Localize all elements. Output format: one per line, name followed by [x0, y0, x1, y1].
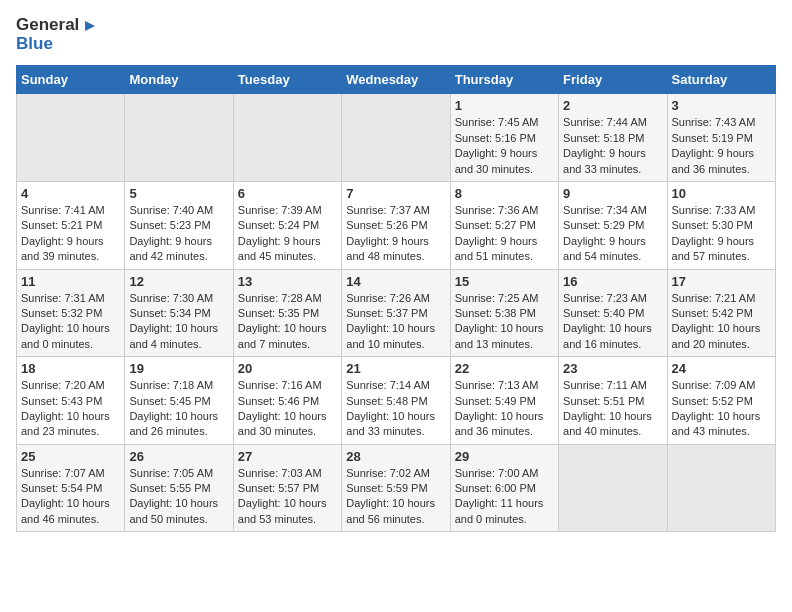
calendar-cell: 24Sunrise: 7:09 AMSunset: 5:52 PMDayligh… [667, 357, 775, 445]
calendar-table: SundayMondayTuesdayWednesdayThursdayFrid… [16, 65, 776, 532]
day-info: Sunrise: 7:37 AMSunset: 5:26 PMDaylight:… [346, 203, 445, 265]
day-of-week-wednesday: Wednesday [342, 66, 450, 94]
day-number: 1 [455, 98, 554, 113]
day-number: 5 [129, 186, 228, 201]
calendar-cell [342, 94, 450, 182]
day-number: 13 [238, 274, 337, 289]
day-info: Sunrise: 7:34 AMSunset: 5:29 PMDaylight:… [563, 203, 662, 265]
day-info: Sunrise: 7:31 AMSunset: 5:32 PMDaylight:… [21, 291, 120, 353]
day-number: 21 [346, 361, 445, 376]
calendar-cell: 6Sunrise: 7:39 AMSunset: 5:24 PMDaylight… [233, 182, 341, 270]
calendar-cell: 18Sunrise: 7:20 AMSunset: 5:43 PMDayligh… [17, 357, 125, 445]
calendar-cell: 7Sunrise: 7:37 AMSunset: 5:26 PMDaylight… [342, 182, 450, 270]
calendar-cell [125, 94, 233, 182]
calendar-cell: 23Sunrise: 7:11 AMSunset: 5:51 PMDayligh… [559, 357, 667, 445]
svg-marker-0 [85, 21, 95, 31]
day-number: 4 [21, 186, 120, 201]
calendar-cell: 28Sunrise: 7:02 AMSunset: 5:59 PMDayligh… [342, 444, 450, 532]
calendar-cell [233, 94, 341, 182]
header: General Blue [16, 16, 776, 53]
day-number: 14 [346, 274, 445, 289]
day-number: 15 [455, 274, 554, 289]
day-info: Sunrise: 7:39 AMSunset: 5:24 PMDaylight:… [238, 203, 337, 265]
calendar-cell [559, 444, 667, 532]
calendar-cell: 11Sunrise: 7:31 AMSunset: 5:32 PMDayligh… [17, 269, 125, 357]
calendar-cell: 15Sunrise: 7:25 AMSunset: 5:38 PMDayligh… [450, 269, 558, 357]
day-number: 25 [21, 449, 120, 464]
day-of-week-thursday: Thursday [450, 66, 558, 94]
day-info: Sunrise: 7:28 AMSunset: 5:35 PMDaylight:… [238, 291, 337, 353]
day-info: Sunrise: 7:25 AMSunset: 5:38 PMDaylight:… [455, 291, 554, 353]
calendar-cell: 5Sunrise: 7:40 AMSunset: 5:23 PMDaylight… [125, 182, 233, 270]
calendar-cell: 25Sunrise: 7:07 AMSunset: 5:54 PMDayligh… [17, 444, 125, 532]
calendar-cell [17, 94, 125, 182]
day-number: 23 [563, 361, 662, 376]
day-info: Sunrise: 7:43 AMSunset: 5:19 PMDaylight:… [672, 115, 771, 177]
calendar-cell: 20Sunrise: 7:16 AMSunset: 5:46 PMDayligh… [233, 357, 341, 445]
calendar-cell: 16Sunrise: 7:23 AMSunset: 5:40 PMDayligh… [559, 269, 667, 357]
day-info: Sunrise: 7:20 AMSunset: 5:43 PMDaylight:… [21, 378, 120, 440]
day-number: 10 [672, 186, 771, 201]
day-of-week-tuesday: Tuesday [233, 66, 341, 94]
days-header-row: SundayMondayTuesdayWednesdayThursdayFrid… [17, 66, 776, 94]
day-number: 28 [346, 449, 445, 464]
day-number: 11 [21, 274, 120, 289]
calendar-cell: 19Sunrise: 7:18 AMSunset: 5:45 PMDayligh… [125, 357, 233, 445]
day-of-week-friday: Friday [559, 66, 667, 94]
calendar-cell: 8Sunrise: 7:36 AMSunset: 5:27 PMDaylight… [450, 182, 558, 270]
day-number: 12 [129, 274, 228, 289]
day-number: 19 [129, 361, 228, 376]
logo: General Blue [16, 16, 99, 53]
day-info: Sunrise: 7:05 AMSunset: 5:55 PMDaylight:… [129, 466, 228, 528]
day-number: 6 [238, 186, 337, 201]
week-row-4: 18Sunrise: 7:20 AMSunset: 5:43 PMDayligh… [17, 357, 776, 445]
day-info: Sunrise: 7:11 AMSunset: 5:51 PMDaylight:… [563, 378, 662, 440]
day-info: Sunrise: 7:33 AMSunset: 5:30 PMDaylight:… [672, 203, 771, 265]
calendar-cell: 27Sunrise: 7:03 AMSunset: 5:57 PMDayligh… [233, 444, 341, 532]
day-info: Sunrise: 7:18 AMSunset: 5:45 PMDaylight:… [129, 378, 228, 440]
day-number: 22 [455, 361, 554, 376]
day-number: 26 [129, 449, 228, 464]
calendar-cell: 12Sunrise: 7:30 AMSunset: 5:34 PMDayligh… [125, 269, 233, 357]
day-info: Sunrise: 7:23 AMSunset: 5:40 PMDaylight:… [563, 291, 662, 353]
day-of-week-monday: Monday [125, 66, 233, 94]
calendar-cell: 1Sunrise: 7:45 AMSunset: 5:16 PMDaylight… [450, 94, 558, 182]
day-number: 3 [672, 98, 771, 113]
calendar-cell: 26Sunrise: 7:05 AMSunset: 5:55 PMDayligh… [125, 444, 233, 532]
day-info: Sunrise: 7:26 AMSunset: 5:37 PMDaylight:… [346, 291, 445, 353]
calendar-cell: 9Sunrise: 7:34 AMSunset: 5:29 PMDaylight… [559, 182, 667, 270]
day-info: Sunrise: 7:09 AMSunset: 5:52 PMDaylight:… [672, 378, 771, 440]
calendar-cell: 4Sunrise: 7:41 AMSunset: 5:21 PMDaylight… [17, 182, 125, 270]
week-row-2: 4Sunrise: 7:41 AMSunset: 5:21 PMDaylight… [17, 182, 776, 270]
day-number: 27 [238, 449, 337, 464]
calendar-cell: 14Sunrise: 7:26 AMSunset: 5:37 PMDayligh… [342, 269, 450, 357]
day-info: Sunrise: 7:07 AMSunset: 5:54 PMDaylight:… [21, 466, 120, 528]
day-number: 9 [563, 186, 662, 201]
calendar-cell [667, 444, 775, 532]
day-info: Sunrise: 7:36 AMSunset: 5:27 PMDaylight:… [455, 203, 554, 265]
day-info: Sunrise: 7:14 AMSunset: 5:48 PMDaylight:… [346, 378, 445, 440]
day-number: 2 [563, 98, 662, 113]
logo-triangle-icon [81, 17, 99, 35]
day-info: Sunrise: 7:16 AMSunset: 5:46 PMDaylight:… [238, 378, 337, 440]
calendar-cell: 2Sunrise: 7:44 AMSunset: 5:18 PMDaylight… [559, 94, 667, 182]
day-info: Sunrise: 7:21 AMSunset: 5:42 PMDaylight:… [672, 291, 771, 353]
day-info: Sunrise: 7:03 AMSunset: 5:57 PMDaylight:… [238, 466, 337, 528]
week-row-1: 1Sunrise: 7:45 AMSunset: 5:16 PMDaylight… [17, 94, 776, 182]
week-row-3: 11Sunrise: 7:31 AMSunset: 5:32 PMDayligh… [17, 269, 776, 357]
day-info: Sunrise: 7:41 AMSunset: 5:21 PMDaylight:… [21, 203, 120, 265]
calendar-cell: 29Sunrise: 7:00 AMSunset: 6:00 PMDayligh… [450, 444, 558, 532]
day-info: Sunrise: 7:13 AMSunset: 5:49 PMDaylight:… [455, 378, 554, 440]
day-number: 7 [346, 186, 445, 201]
calendar-cell: 13Sunrise: 7:28 AMSunset: 5:35 PMDayligh… [233, 269, 341, 357]
day-info: Sunrise: 7:30 AMSunset: 5:34 PMDaylight:… [129, 291, 228, 353]
day-number: 18 [21, 361, 120, 376]
day-number: 17 [672, 274, 771, 289]
day-number: 16 [563, 274, 662, 289]
calendar-cell: 17Sunrise: 7:21 AMSunset: 5:42 PMDayligh… [667, 269, 775, 357]
day-info: Sunrise: 7:00 AMSunset: 6:00 PMDaylight:… [455, 466, 554, 528]
day-info: Sunrise: 7:44 AMSunset: 5:18 PMDaylight:… [563, 115, 662, 177]
calendar-cell: 21Sunrise: 7:14 AMSunset: 5:48 PMDayligh… [342, 357, 450, 445]
calendar-cell: 3Sunrise: 7:43 AMSunset: 5:19 PMDaylight… [667, 94, 775, 182]
day-of-week-sunday: Sunday [17, 66, 125, 94]
